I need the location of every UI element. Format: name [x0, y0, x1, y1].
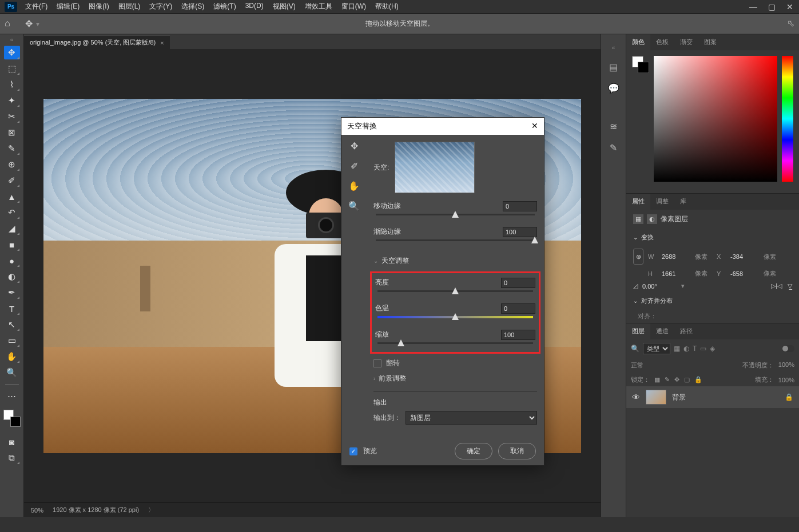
dlg-zoom-tool[interactable]: 🔍 — [348, 201, 360, 211]
filter-shape-icon[interactable]: ▭ — [700, 345, 706, 353]
minimize-button[interactable]: — — [744, 0, 762, 14]
maximize-button[interactable]: ▢ — [762, 0, 781, 14]
share-icon[interactable]: ⇪ — [784, 17, 797, 30]
lock-pixels-icon[interactable]: ▦ — [654, 376, 660, 383]
dialog-close-icon[interactable]: ✕ — [531, 121, 538, 131]
stamp-tool[interactable]: ▲ — [4, 190, 20, 203]
lock-brush-icon[interactable]: ✎ — [665, 376, 670, 383]
filter-adjust-icon[interactable]: ◐ — [683, 345, 689, 353]
dodge-tool[interactable]: ◐ — [4, 270, 20, 283]
menu-视图(V)[interactable]: 视图(V) — [269, 0, 299, 13]
crop-tool[interactable]: ✂ — [4, 110, 20, 123]
y-input[interactable] — [730, 270, 759, 277]
zoom-level[interactable]: 50% — [31, 507, 43, 514]
brightness-slider[interactable] — [377, 290, 533, 292]
healing-tool[interactable]: ⊕ — [4, 158, 20, 171]
fade-edge-input[interactable] — [503, 227, 537, 237]
flip-v-icon[interactable]: ▽̲ — [788, 282, 792, 290]
selection-tool[interactable]: ✦ — [4, 94, 20, 107]
dlg-brush-tool[interactable]: ✐ — [351, 161, 358, 171]
menu-3D(D)[interactable]: 3D(D) — [242, 0, 267, 13]
path-tool[interactable]: ↖ — [4, 318, 20, 331]
width-input[interactable] — [662, 253, 690, 260]
eraser-tool[interactable]: ◢ — [4, 222, 20, 235]
status-arrow-icon[interactable]: 〉 — [148, 506, 154, 514]
tab-图层[interactable]: 图层 — [626, 323, 650, 339]
shape-tool[interactable]: ▭ — [4, 334, 20, 347]
transform-section[interactable]: ⌄变换 — [626, 229, 799, 246]
zoom-tool[interactable]: 🔍 — [4, 366, 20, 379]
tab-图案[interactable]: 图案 — [698, 34, 722, 50]
menu-帮助(H)[interactable]: 帮助(H) — [372, 0, 402, 13]
hue-slider[interactable] — [782, 56, 793, 182]
move-edge-input[interactable] — [503, 201, 537, 211]
menu-文件(F)[interactable]: 文件(F) — [22, 0, 51, 13]
move-tool[interactable]: ✥ — [4, 46, 20, 59]
fade-edge-slider[interactable] — [376, 239, 535, 241]
preview-checkbox[interactable]: ✓ — [349, 447, 357, 455]
filter-smart-icon[interactable]: ◈ — [710, 345, 715, 353]
hand-tool[interactable]: ✋ — [4, 350, 20, 363]
flip-checkbox[interactable] — [373, 359, 381, 367]
tab-通道[interactable]: 通道 — [650, 323, 674, 339]
sky-adjust-section[interactable]: ⌄天空调整 — [373, 253, 537, 269]
fill-value[interactable]: 100% — [778, 377, 794, 383]
pen-tool[interactable]: ✒ — [4, 286, 20, 299]
color-swatches[interactable] — [3, 410, 21, 427]
color-picker[interactable] — [654, 56, 777, 182]
tab-色板[interactable]: 色板 — [650, 34, 674, 50]
lock-artboard-icon[interactable]: ▢ — [684, 376, 690, 383]
filter-text-icon[interactable]: T — [693, 345, 697, 353]
comments-icon[interactable]: 💬 — [608, 83, 619, 94]
temp-input[interactable] — [501, 303, 535, 314]
tab-颜色[interactable]: 颜色 — [626, 34, 650, 50]
filter-pixel-icon[interactable]: ▦ — [674, 345, 680, 353]
marquee-tool[interactable]: ⬚ — [4, 62, 20, 75]
visibility-icon[interactable]: 👁 — [632, 393, 640, 402]
quickmask-tool[interactable]: ◙ — [4, 435, 20, 449]
dlg-move-tool[interactable]: ✥ — [351, 141, 358, 151]
tab-库[interactable]: 库 — [674, 194, 692, 210]
search-icon[interactable]: 🔍 — [631, 345, 639, 353]
tab-调整[interactable]: 调整 — [650, 194, 674, 210]
scale-slider[interactable] — [377, 342, 533, 344]
collapse-right-icon[interactable]: « — [601, 45, 626, 51]
collapse-icon[interactable]: « — [0, 37, 23, 43]
temp-slider[interactable] — [377, 316, 533, 318]
eyedropper-tool[interactable]: ✎ — [4, 142, 20, 155]
blur-tool[interactable]: ● — [4, 254, 20, 267]
menu-选择(S)[interactable]: 选择(S) — [178, 0, 208, 13]
menu-编辑(E)[interactable]: 编辑(E) — [53, 0, 83, 13]
ok-button[interactable]: 确定 — [455, 443, 492, 459]
dlg-hand-tool[interactable]: ✋ — [348, 181, 360, 191]
menu-增效工具[interactable]: 增效工具 — [301, 0, 336, 13]
dialog-titlebar[interactable]: 天空替换 ✕ — [341, 118, 544, 135]
brightness-input[interactable] — [501, 278, 535, 288]
lock-all-icon[interactable]: 🔒 — [694, 376, 702, 383]
tab-close-icon[interactable]: × — [160, 39, 164, 46]
gradient-tool[interactable]: ■ — [4, 238, 20, 251]
home-icon[interactable]: ⌂ — [5, 18, 16, 30]
menu-文字(Y)[interactable]: 文字(Y) — [146, 0, 176, 13]
history-brush-tool[interactable]: ↶ — [4, 206, 20, 219]
brush-tool[interactable]: ✐ — [4, 174, 20, 187]
tab-渐变[interactable]: 渐变 — [674, 34, 698, 50]
cancel-button[interactable]: 取消 — [498, 443, 536, 459]
layer-row-background[interactable]: 👁 背景 🔒 — [626, 386, 799, 408]
output-select[interactable]: 新图层 — [406, 411, 537, 425]
fg-adjust-section[interactable]: ›前景调整 — [373, 370, 537, 387]
tab-路径[interactable]: 路径 — [674, 323, 698, 339]
brushes-icon[interactable]: ≋ — [610, 121, 617, 132]
layer-filter-select[interactable]: 类型 — [643, 343, 670, 354]
scale-input[interactable] — [501, 330, 535, 340]
menu-滤镜(T)[interactable]: 滤镜(T) — [210, 0, 239, 13]
link-wh-icon[interactable]: ⊗ — [633, 249, 643, 265]
text-tool[interactable]: T — [4, 302, 20, 315]
brush-settings-icon[interactable]: ✎ — [610, 142, 617, 153]
menu-窗口(W)[interactable]: 窗口(W) — [338, 0, 369, 13]
blend-mode[interactable]: 正常 — [631, 361, 643, 370]
height-input[interactable] — [662, 270, 690, 277]
sky-thumbnail[interactable] — [395, 142, 475, 193]
align-section[interactable]: ⌄对齐并分布 — [626, 292, 799, 310]
screenmode-tool[interactable]: ⧉ — [4, 451, 20, 465]
